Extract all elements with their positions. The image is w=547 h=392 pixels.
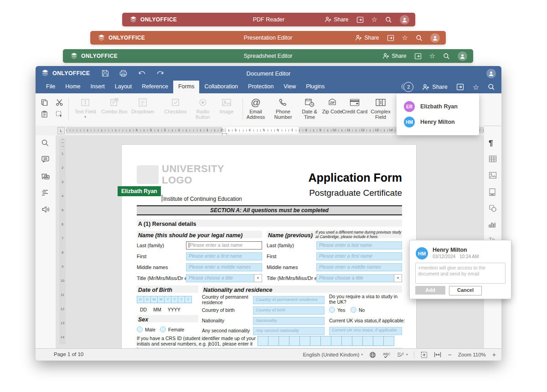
chevron-down-icon[interactable]: ▼ — [394, 274, 402, 282]
language-selector[interactable]: English (United Kindom)▾ — [303, 352, 363, 357]
avatar-icon[interactable] — [430, 33, 440, 43]
vertical-ruler[interactable]: 1234567891011121314 — [59, 139, 66, 344]
tab-plugins[interactable]: Plugins — [301, 81, 330, 93]
cut-icon[interactable] — [56, 99, 63, 106]
select-all-icon[interactable] — [56, 111, 63, 118]
tab-collaboration[interactable]: Collaboration — [199, 81, 243, 93]
shape-settings-icon[interactable] — [489, 204, 497, 212]
favorite-star-icon[interactable]: ☆ — [372, 16, 377, 23]
favorite-star-icon[interactable]: ☆ — [473, 83, 479, 92]
zoom-out-button[interactable]: − — [448, 351, 451, 358]
save-copy-icon[interactable] — [387, 35, 394, 41]
search-icon[interactable] — [385, 16, 392, 23]
dob-cells[interactable]: DDMMYYYY — [137, 296, 191, 303]
share-button[interactable]: Share — [355, 35, 379, 41]
active-users-badge[interactable]: 2 — [403, 82, 413, 92]
tab-file[interactable]: File — [41, 81, 60, 93]
chart-settings-icon[interactable] — [489, 221, 496, 228]
radio-button-button[interactable]: Radio Button — [190, 96, 216, 120]
favorite-star-icon[interactable]: ☆ — [402, 35, 408, 41]
chat-icon[interactable] — [41, 173, 50, 181]
title-dropdown[interactable]: Please choose a title▼ — [186, 274, 262, 282]
track-changes-icon[interactable]: ▾ — [397, 351, 408, 358]
country-of-birth-input[interactable]: Country of birth — [253, 306, 325, 315]
crs-id-cells[interactable] — [258, 336, 394, 346]
user-list-item[interactable]: HM Henry Milton — [404, 117, 455, 127]
nationality-input[interactable]: Nacionality — [253, 317, 325, 325]
prev-middle-names-input[interactable]: Please enter a middle names — [316, 263, 402, 271]
tab-view[interactable]: View — [279, 81, 301, 93]
share-button[interactable]: Share — [325, 16, 349, 23]
middle-names-input[interactable]: Please enter a middle names — [186, 263, 262, 271]
tab-reference[interactable]: Reference — [137, 81, 173, 93]
avatar-icon[interactable] — [400, 15, 409, 25]
comment-text-input[interactable]: +mention will give access to the documen… — [415, 263, 506, 284]
email-address-button[interactable]: @ Email Address — [243, 96, 269, 120]
prev-last-name-input[interactable]: Please enter a last name — [316, 241, 402, 249]
search-icon[interactable] — [488, 83, 495, 91]
permanent-residence-input[interactable]: Country of permanent residence — [253, 296, 325, 304]
prev-first-name-input[interactable]: Please enter a first name — [316, 252, 402, 260]
zoom-in-button[interactable]: + — [492, 351, 496, 358]
tab-protection[interactable]: Protection — [243, 81, 279, 93]
complex-field-button[interactable]: Complex Field — [367, 96, 394, 120]
search-icon[interactable] — [443, 53, 450, 60]
save-icon[interactable] — [102, 70, 109, 77]
fit-width-icon[interactable] — [434, 351, 441, 358]
zoom-level[interactable]: Zoom 110% — [458, 352, 486, 357]
avatar-icon[interactable] — [486, 69, 496, 78]
table-settings-icon[interactable] — [489, 155, 497, 163]
redo-icon[interactable] — [156, 70, 165, 76]
tab-forms[interactable]: Forms — [173, 81, 199, 93]
save-copy-icon[interactable] — [456, 83, 464, 91]
search-icon[interactable] — [416, 35, 423, 41]
feedback-icon[interactable] — [41, 205, 50, 214]
tab-layout[interactable]: Layout — [110, 81, 137, 93]
phone-number-button[interactable]: Phone Number — [270, 96, 296, 120]
document-page[interactable]: UNIVERSITY LOGO Elizbath Ryan Institute … — [122, 145, 416, 348]
indent-marker[interactable] — [222, 127, 226, 133]
checkbox-button[interactable]: Checkbox — [162, 96, 189, 114]
navigation-icon[interactable] — [41, 189, 49, 196]
user-list-item[interactable]: ER Elizbath Ryan — [404, 101, 458, 112]
paste-icon[interactable] — [41, 111, 48, 118]
combo-box-button[interactable]: Combo Box — [101, 96, 128, 114]
save-copy-icon[interactable] — [356, 16, 364, 23]
text-field-button[interactable]: Text Field ▾ — [72, 96, 98, 120]
save-copy-icon[interactable] — [414, 53, 422, 60]
search-icon[interactable] — [41, 139, 49, 147]
sex-female-radio[interactable]: Female — [160, 326, 184, 332]
avatar-icon[interactable] — [458, 51, 467, 61]
share-button[interactable]: Share — [422, 84, 447, 91]
prev-title-dropdown[interactable]: Please choose a title▼ — [316, 274, 402, 282]
image-settings-icon[interactable] — [489, 172, 497, 179]
tab-home[interactable]: Home — [60, 81, 85, 93]
comments-icon[interactable] — [41, 155, 50, 163]
visa-yes-radio[interactable]: Yes — [329, 307, 345, 313]
share-button[interactable]: Share — [382, 53, 407, 59]
add-comment-button[interactable]: Add — [415, 286, 445, 295]
second-nationality-input[interactable]: Any second nationality — [253, 327, 325, 335]
tab-stop-selector[interactable]: L — [57, 127, 65, 134]
visa-no-radio[interactable]: No — [351, 307, 365, 313]
tab-insert[interactable]: Insert — [86, 81, 110, 93]
fit-page-icon[interactable] — [421, 351, 428, 358]
cancel-comment-button[interactable]: Cancel — [449, 286, 482, 295]
first-name-input[interactable]: Please enter a first name — [186, 252, 262, 260]
sex-male-radio[interactable]: Male — [137, 326, 155, 332]
dropdown-button[interactable]: Dropdown — [129, 96, 156, 114]
credit-card-button[interactable]: Credit Card — [341, 96, 368, 114]
headerfooter-settings-icon[interactable] — [489, 188, 496, 196]
last-name-input[interactable]: Please enter a last name — [186, 241, 262, 249]
visa-status-input[interactable]: Current UK visa status, if applicable — [329, 327, 402, 335]
favorite-star-icon[interactable]: ☆ — [429, 53, 435, 59]
spellcheck-icon[interactable]: ABC — [382, 351, 390, 358]
language-globe-icon[interactable] — [369, 351, 376, 358]
copy-icon[interactable] — [41, 99, 48, 106]
print-icon[interactable] — [119, 70, 127, 77]
paragraph-settings-icon[interactable]: ¶ — [489, 139, 493, 148]
image-field-button[interactable]: Image — [213, 96, 240, 114]
chevron-down-icon[interactable]: ▼ — [254, 274, 262, 282]
undo-icon[interactable] — [138, 70, 146, 76]
page-indicator[interactable]: Page 1 of 10 — [54, 351, 83, 357]
